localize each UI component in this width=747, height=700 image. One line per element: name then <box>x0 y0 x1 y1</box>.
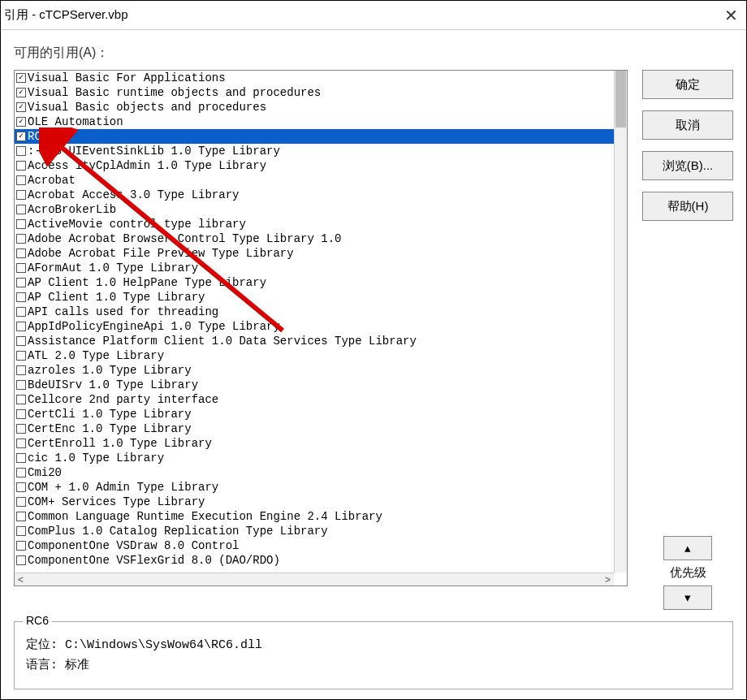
list-item[interactable]: AP Client 1.0 HelpPane Type Library <box>15 275 614 290</box>
checkbox[interactable] <box>16 234 26 244</box>
list-item[interactable]: AP Client 1.0 Type Library <box>15 290 614 305</box>
list-item-label: Visual Basic objects and procedures <box>28 101 266 114</box>
checkbox[interactable] <box>16 102 26 112</box>
window-title: 引用 - cTCPServer.vbp <box>4 7 128 23</box>
list-item[interactable]: Adobe Acrobat Browser Control Type Libra… <box>15 231 614 246</box>
help-button[interactable]: 帮助(H) <box>642 192 733 221</box>
scroll-left-icon[interactable]: < <box>18 574 24 585</box>
list-item-label: Acrobat <box>28 174 76 187</box>
list-item[interactable]: Visual Basic objects and procedures <box>15 100 614 115</box>
checkbox[interactable] <box>16 482 26 492</box>
checkbox[interactable] <box>16 73 26 83</box>
priority-down-button[interactable]: ▾ <box>663 585 712 610</box>
horizontal-scrollbar[interactable]: < > <box>15 573 614 585</box>
available-references-label: 可用的引用(A)： <box>14 45 733 62</box>
checkbox[interactable] <box>16 219 26 229</box>
vertical-scrollbar[interactable] <box>614 71 627 573</box>
checkbox[interactable] <box>16 132 26 141</box>
list-item[interactable]: ActiveMovie control type library <box>15 217 614 231</box>
priority-up-button[interactable]: ▴ <box>663 536 712 560</box>
checkbox[interactable] <box>16 395 26 404</box>
list-item[interactable]: Access ityCplAdmin 1.0 Type Library <box>15 158 614 173</box>
list-item[interactable]: Acrobat Access 3.0 Type Library <box>15 188 614 202</box>
checkbox[interactable] <box>16 453 26 463</box>
list-item-label: Cmi20 <box>28 466 62 479</box>
list-item[interactable]: Common Language Runtime Execution Engine… <box>15 509 614 524</box>
list-item[interactable]: ATL 2.0 Type Library <box>15 348 614 363</box>
list-item[interactable]: CertCli 1.0 Type Library <box>15 407 614 421</box>
checkbox[interactable] <box>16 190 26 200</box>
checkbox[interactable] <box>16 161 26 171</box>
checkbox[interactable] <box>16 205 26 214</box>
checkbox[interactable] <box>16 468 26 477</box>
list-item-label: :-) S UIEventSinkLib 1.0 Type Library <box>28 145 280 158</box>
list-item[interactable]: ComPlus 1.0 Catalog Replication Type Lib… <box>15 524 614 538</box>
checkbox[interactable] <box>16 497 26 507</box>
list-item-label: AppIdPolicyEngineApi 1.0 Type Library <box>28 320 280 333</box>
checkbox[interactable] <box>16 175 26 185</box>
list-item[interactable]: COM+ Services Type Library <box>15 495 614 509</box>
checkbox[interactable] <box>16 278 26 287</box>
checkbox[interactable] <box>16 88 26 97</box>
list-item[interactable]: :-) S UIEventSinkLib 1.0 Type Library <box>15 144 614 158</box>
cancel-button[interactable]: 取消 <box>642 110 733 140</box>
list-item-label: ActiveMovie control type library <box>28 218 246 231</box>
checkbox[interactable] <box>16 380 26 390</box>
checkbox[interactable] <box>16 555 26 565</box>
close-icon[interactable]: ✕ <box>706 6 738 25</box>
checkbox[interactable] <box>16 424 26 434</box>
checkbox[interactable] <box>16 248 26 258</box>
checkbox[interactable] <box>16 146 26 156</box>
list-item[interactable]: CertEnroll 1.0 Type Library <box>15 436 614 451</box>
list-item[interactable]: Assistance Platform Client 1.0 Data Serv… <box>15 334 614 348</box>
list-item[interactable]: cic 1.0 Type Library <box>15 451 614 465</box>
vertical-scrollbar-thumb[interactable] <box>615 71 626 127</box>
list-item-label: ComPlus 1.0 Catalog Replication Type Lib… <box>28 525 328 538</box>
list-item[interactable]: API calls used for threading <box>15 305 614 319</box>
list-item-label: Acrobat Access 3.0 Type Library <box>28 188 239 201</box>
checkbox[interactable] <box>16 365 26 375</box>
list-item[interactable]: RC6 <box>15 129 614 144</box>
list-item-label: Cellcore 2nd party interface <box>28 393 218 406</box>
checkbox[interactable] <box>16 292 26 302</box>
checkbox[interactable] <box>16 439 26 448</box>
list-item[interactable]: Visual Basic runtime objects and procedu… <box>15 85 614 100</box>
list-item[interactable]: CertEnc 1.0 Type Library <box>15 421 614 436</box>
list-item[interactable]: Visual Basic For Applications <box>15 71 614 85</box>
scroll-right-icon[interactable]: > <box>605 574 611 585</box>
list-item[interactable]: Acrobat <box>15 173 614 188</box>
checkbox[interactable] <box>16 336 26 346</box>
list-item[interactable]: Cmi20 <box>15 465 614 480</box>
location-row: 定位: C:\Windows\SysWow64\RC6.dll <box>26 637 721 652</box>
list-item-label: ComponentOne VSFlexGrid 8.0 (DAO/RDO) <box>28 554 280 567</box>
list-item-label: Adobe Acrobat File Preview Type Library <box>28 247 294 260</box>
list-item[interactable]: Adobe Acrobat File Preview Type Library <box>15 246 614 261</box>
titlebar: 引用 - cTCPServer.vbp ✕ <box>1 1 746 30</box>
list-item[interactable]: AFormAut 1.0 Type Library <box>15 261 614 275</box>
checkbox[interactable] <box>16 541 26 551</box>
checkbox[interactable] <box>16 351 26 361</box>
list-item[interactable]: azroles 1.0 Type Library <box>15 363 614 378</box>
browse-button[interactable]: 浏览(B)... <box>642 151 733 180</box>
list-item[interactable]: ComponentOne VSDraw 8.0 Control <box>15 538 614 553</box>
ok-button[interactable]: 确定 <box>642 70 733 99</box>
references-listbox[interactable]: Visual Basic For ApplicationsVisual Basi… <box>14 70 628 586</box>
list-item[interactable]: OLE Automation <box>15 115 614 129</box>
checkbox[interactable] <box>16 307 26 317</box>
checkbox[interactable] <box>16 526 26 536</box>
checkbox[interactable] <box>16 409 26 419</box>
list-item[interactable]: ComponentOne VSFlexGrid 8.0 (DAO/RDO) <box>15 553 614 568</box>
checkbox[interactable] <box>16 322 26 331</box>
location-value: C:\Windows\SysWow64\RC6.dll <box>65 638 262 652</box>
checkbox[interactable] <box>16 512 26 521</box>
list-item-label: Assistance Platform Client 1.0 Data Serv… <box>28 335 417 348</box>
checkbox[interactable] <box>16 263 26 273</box>
language-label: 语言: <box>26 659 58 672</box>
main-row: Visual Basic For ApplicationsVisual Basi… <box>14 70 733 610</box>
list-item[interactable]: COM + 1.0 Admin Type Library <box>15 480 614 495</box>
list-item[interactable]: BdeUISrv 1.0 Type Library <box>15 378 614 392</box>
list-item[interactable]: Cellcore 2nd party interface <box>15 392 614 407</box>
checkbox[interactable] <box>16 117 26 127</box>
list-item[interactable]: AcroBrokerLib <box>15 202 614 217</box>
list-item[interactable]: AppIdPolicyEngineApi 1.0 Type Library <box>15 319 614 334</box>
